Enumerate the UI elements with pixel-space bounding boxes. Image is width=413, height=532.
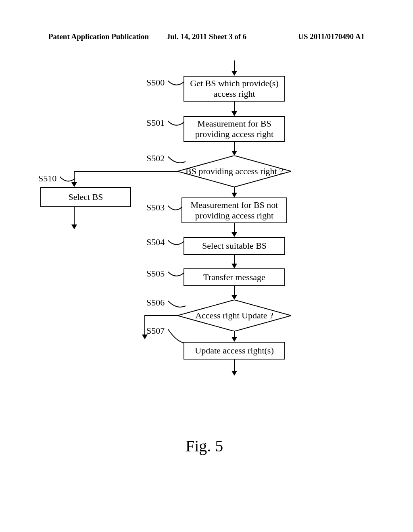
connector-s501 [168, 119, 185, 129]
arrow-head-s503-s504 [232, 232, 237, 237]
step-s501-label: S501 [146, 118, 165, 128]
arrow-head-s506-s507 [232, 337, 237, 342]
step-s500-text: Get BS which provide(s) access right [188, 78, 280, 99]
step-s504-label: S504 [146, 237, 165, 247]
arrow-head-entry [232, 71, 237, 76]
connector-s500 [168, 79, 185, 89]
step-s504-box: Select suitable BS [184, 237, 285, 255]
arrow-head-s501-s502 [232, 151, 237, 156]
arrow-s501-s502 [234, 142, 235, 152]
step-s503-label: S503 [146, 202, 165, 213]
step-s505-text: Transfer message [203, 272, 265, 283]
step-s502-text: BS providing access right ? [186, 166, 283, 177]
line-s502-left [74, 171, 178, 172]
connector-s502 [168, 154, 186, 166]
arrow-s503-s504 [234, 223, 235, 233]
figure-caption: Fig. 5 [186, 436, 223, 455]
step-s501-text: Measurement for BS providing access righ… [188, 118, 280, 139]
arrow-s500-s501 [234, 102, 235, 112]
page-header: Patent Application Publication Jul. 14, … [0, 32, 413, 41]
arrow-head-s500-s501 [232, 111, 237, 116]
arrow-s504-s505 [234, 255, 235, 264]
step-s502-label: S502 [146, 153, 165, 164]
line-s506-left [144, 315, 178, 316]
step-s502-diamond: BS providing access right ? [177, 156, 291, 187]
connector-s504 [168, 238, 185, 249]
arrow-head-s505-s506 [232, 295, 237, 300]
header-publication: Patent Application Publication [48, 32, 154, 41]
arrow-head-s510-exit [71, 224, 77, 229]
step-s506-text: Access right Update ? [195, 310, 273, 321]
step-s505-box: Transfer message [184, 268, 285, 286]
header-date-sheet: Jul. 14, 2011 Sheet 3 of 6 [154, 32, 259, 41]
connector-s505 [168, 270, 185, 280]
arrow-entry [234, 60, 235, 72]
step-s505-label: S505 [146, 268, 165, 279]
line-s506-left-down [144, 315, 145, 335]
step-s503-text: Measurement for BS not providing access … [186, 200, 282, 221]
connector-s510 [60, 175, 76, 185]
connector-s507 [168, 327, 185, 345]
connector-s503 [168, 204, 183, 214]
step-s510-box: Select BS [40, 187, 131, 207]
header-patent-number: US 2011/0170490 A1 [259, 32, 365, 41]
step-s507-box: Update access right(s) [184, 342, 285, 360]
step-s501-box: Measurement for BS providing access righ… [184, 116, 285, 142]
flowchart-diagram: Get BS which provide(s) access right S50… [0, 56, 413, 419]
step-s500-box: Get BS which provide(s) access right [184, 76, 285, 102]
step-s503-box: Measurement for BS not providing access … [181, 197, 287, 223]
step-s506-label: S506 [146, 297, 165, 308]
arrow-head-s504-s505 [232, 264, 237, 268]
step-s507-label: S507 [146, 326, 165, 336]
step-s510-label: S510 [38, 173, 56, 184]
step-s504-text: Select suitable BS [202, 241, 267, 251]
step-s500-label: S500 [146, 77, 165, 88]
step-s507-text: Update access right(s) [195, 345, 273, 356]
connector-s506 [168, 299, 186, 311]
arrow-head-s507-exit [232, 371, 237, 376]
step-s510-text: Select BS [68, 192, 103, 202]
arrow-s507-exit [234, 360, 235, 372]
arrow-head-s502-s503 [232, 193, 237, 197]
arrow-s505-s506 [234, 286, 235, 296]
arrow-s510-exit [74, 207, 75, 225]
step-s506-diamond: Access right Update ? [177, 300, 291, 331]
